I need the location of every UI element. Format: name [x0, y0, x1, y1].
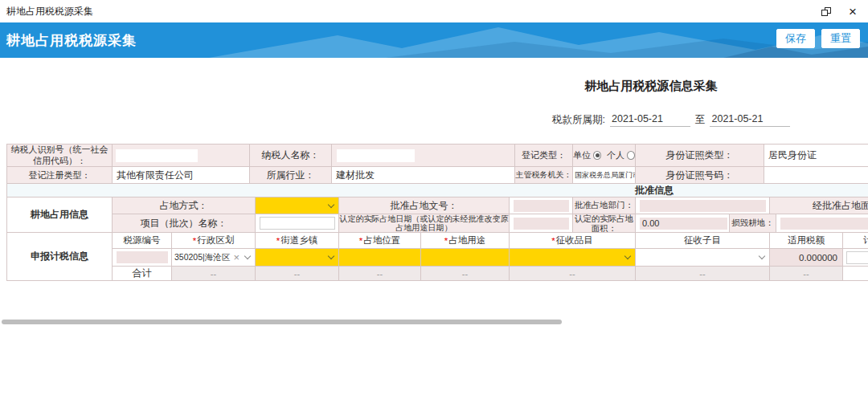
- approval-dept-input[interactable]: [640, 200, 766, 212]
- reg-category-value: 其他有限责任公司: [113, 167, 250, 184]
- taxpayer-name-cell: [332, 145, 515, 167]
- tax-rate-cell: 0.000000: [770, 249, 843, 267]
- col-tax-rate: 适用税额: [770, 233, 843, 249]
- declaration-data-row: 350205|海沧区 × 0.000000: [113, 249, 868, 267]
- reset-button[interactable]: 重置: [821, 29, 860, 48]
- damaged-land-label: 损毁耕地：: [730, 214, 776, 233]
- tax-period-to-label: 至: [695, 113, 706, 127]
- declaration-section-label: 申报计税信息: [7, 233, 113, 281]
- location-input[interactable]: [339, 249, 421, 267]
- tax-basis-input[interactable]: [846, 251, 868, 264]
- street-select[interactable]: [256, 249, 339, 267]
- total-location: --: [339, 267, 421, 281]
- occupy-method-select[interactable]: [256, 197, 339, 214]
- chevron-down-icon: [244, 253, 251, 259]
- form-title: 耕地占用税税源信息采集: [0, 79, 868, 94]
- save-button[interactable]: 保存: [776, 29, 815, 48]
- approval-doc-cell: [510, 197, 573, 214]
- col-levy-subitem: 征收子目: [636, 233, 770, 249]
- total-tax-rate: --: [770, 267, 843, 281]
- restore-window-icon[interactable]: [821, 7, 831, 16]
- project-name-label: 项目（批次）名称：: [113, 214, 256, 233]
- reg-type-label: 登记类型：: [515, 145, 573, 167]
- occupation-section: 耕地占用信息 占地方式： 批准占地文号： 批准占地部门： 经批准占地面积：: [7, 197, 868, 233]
- region-combobox[interactable]: 350205|海沧区 ×: [172, 249, 256, 267]
- chevron-down-icon: [624, 253, 631, 259]
- tax-source-no-input[interactable]: [117, 251, 168, 263]
- actual-area-cell: 0.00: [636, 214, 730, 233]
- col-street: *街道乡镇: [256, 233, 339, 249]
- project-name-cell: [256, 214, 339, 233]
- col-tax-source-no: 税源编号: [113, 233, 172, 249]
- tin-cell: [113, 145, 250, 167]
- actual-date-label: 认定的实际占地日期（或认定的未经批准改变原占地用途日期）: [339, 214, 510, 233]
- horizontal-scrollbar[interactable]: [2, 320, 562, 324]
- levy-item-select[interactable]: [510, 249, 636, 267]
- chevron-down-icon: [759, 253, 765, 259]
- tin-input[interactable]: [116, 149, 198, 162]
- radio-unit[interactable]: [593, 151, 601, 160]
- actual-area-input[interactable]: 0.00: [640, 218, 727, 230]
- declaration-total-row: 合计 -- -- -- -- -- -- --: [113, 267, 868, 281]
- industry-label: 所属行业：: [250, 167, 332, 184]
- approval-header: 批准信息: [7, 184, 868, 197]
- industry-value: 建材批发: [332, 167, 515, 184]
- approval-doc-label: 批准占地文号：: [339, 197, 510, 214]
- tax-period-label: 税款所属期:: [552, 113, 605, 127]
- tax-authority-label: 主管税务机关：: [515, 167, 573, 184]
- total-levy-item: --: [510, 267, 636, 281]
- col-tax-basis: 计税依据: [843, 233, 868, 249]
- radio-unit-label: 单位: [573, 149, 591, 161]
- tax-authority-value: 国家税务总局厦门市海沧区税务局: [573, 167, 636, 184]
- total-region: --: [172, 267, 256, 281]
- chevron-down-icon: [328, 253, 334, 259]
- form-tables: 纳税人识别号（统一社会信用代码）： 纳税人名称： 登记类型： 单位 个人 身份证…: [6, 144, 868, 281]
- declaration-header-row: 税源编号 *行政区划 *街道乡镇 *占地位置 *占地用途 *征收品目 征收子目 …: [113, 233, 868, 249]
- occupation-section-label: 耕地占用信息: [7, 197, 113, 233]
- approval-dept-label: 批准占地部门：: [573, 197, 636, 214]
- levy-subitem-select[interactable]: [636, 249, 770, 267]
- radio-person[interactable]: [627, 151, 635, 160]
- col-location: *占地位置: [339, 233, 421, 249]
- approval-doc-input[interactable]: [514, 200, 569, 212]
- window-title: 耕地占用税税源采集: [6, 5, 93, 18]
- col-levy-item: *征收品目: [510, 233, 636, 249]
- declaration-section: 申报计税信息 税源编号 *行政区划 *街道乡镇 *占地位置 *占地用途 *征收品…: [7, 233, 868, 281]
- reg-category-label: 登记注册类型：: [7, 167, 113, 184]
- taxpayer-name-input[interactable]: [337, 149, 415, 162]
- total-label: 合计: [113, 267, 172, 281]
- tin-label: 纳税人识别号（统一社会信用代码）：: [7, 145, 113, 167]
- taxpayer-row-1: 纳税人识别号（统一社会信用代码）： 纳税人名称： 登记类型： 单位 个人 身份证…: [7, 145, 868, 167]
- chevron-down-icon: [328, 201, 334, 207]
- clear-icon[interactable]: ×: [233, 251, 240, 263]
- radio-person-label: 个人: [607, 149, 624, 161]
- tax-period-start-field[interactable]: 2021-05-21: [610, 113, 690, 127]
- col-usage: *占地用途: [421, 233, 510, 249]
- approval-dept-cell: [636, 197, 770, 214]
- usage-input[interactable]: [421, 249, 510, 267]
- project-name-input[interactable]: [260, 217, 335, 230]
- window-titlebar: 耕地占用税税源采集 ×: [0, 0, 868, 22]
- occupy-method-label: 占地方式：: [113, 197, 256, 214]
- damaged-land-cell: [776, 214, 868, 233]
- form-area: 耕地占用税税源信息采集 税款所属期: 2021-05-21 至 2021-05-…: [0, 79, 868, 281]
- total-usage: --: [421, 267, 510, 281]
- col-region: *行政区划: [172, 233, 256, 249]
- actual-date-cell: [510, 214, 573, 233]
- tax-period-row: 税款所属期: 2021-05-21 至 2021-05-21: [0, 113, 868, 127]
- cert-type-label: 身份证照类型：: [636, 145, 764, 167]
- tax-period-end-field[interactable]: 2021-05-21: [710, 113, 790, 127]
- cert-no-label: 身份证照号码：: [636, 167, 764, 184]
- total-levy-subitem: --: [636, 267, 770, 281]
- damaged-land-input[interactable]: [780, 218, 868, 230]
- reg-type-radios: 单位 个人: [573, 145, 636, 167]
- approved-area-label: 经批准占地面积：: [770, 197, 868, 214]
- cert-no-input[interactable]: [768, 169, 858, 181]
- taxpayer-name-label: 纳税人名称：: [250, 145, 332, 167]
- tax-basis-cell: [843, 249, 868, 267]
- actual-date-input[interactable]: [514, 218, 569, 230]
- close-window-icon[interactable]: ×: [849, 5, 857, 18]
- approval-header-row: 批准信息: [7, 184, 868, 197]
- tax-source-no-cell: [113, 249, 172, 267]
- total-street: --: [256, 267, 339, 281]
